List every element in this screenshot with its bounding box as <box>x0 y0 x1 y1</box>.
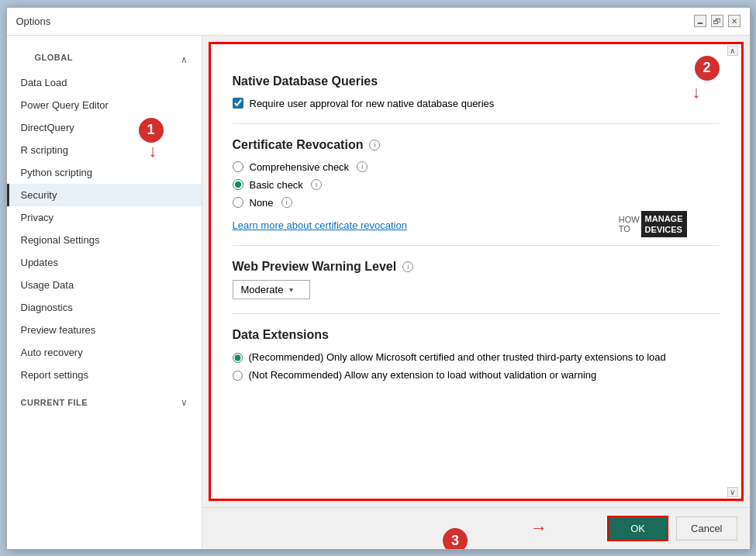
sidebar-item-label: Security <box>21 189 57 201</box>
sidebar-item-report-settings[interactable]: Report settings <box>7 364 202 386</box>
cert-basic-label: Basic check <box>250 179 303 191</box>
sidebar-item-label: Usage Data <box>21 279 74 291</box>
sidebar-item-python-scripting[interactable]: Python scripting <box>7 161 202 184</box>
divider-1 <box>233 123 720 124</box>
sidebar-item-label: Power Query Editor <box>21 99 109 111</box>
global-collapse-icon[interactable]: ∧ <box>181 54 188 65</box>
cert-revocation-info-icon[interactable]: i <box>369 140 380 150</box>
data-ext-recommended-radio[interactable] <box>233 353 243 363</box>
divider-2 <box>233 245 720 246</box>
current-file-label: CURRENT FILE <box>21 398 88 407</box>
native-db-title: Native Database Queries <box>233 74 720 88</box>
minimize-button[interactable]: 🗕 <box>694 15 706 27</box>
sidebar-item-label: Regional Settings <box>21 234 100 246</box>
content-panel-inner: ∧ 2 ↓ Native Database Queries <box>211 44 741 499</box>
scroll-up-container: ∧ <box>211 44 741 56</box>
annotation-arrow-1: ↓ <box>149 143 157 160</box>
scroll-down-container: ∨ <box>211 487 741 499</box>
sidebar-item-label: Privacy <box>21 212 54 223</box>
web-preview-title: Web Preview Warning Level <box>233 260 397 274</box>
sidebar-items-container: 1 ↓ Data Load Power Query Editor DirectQ… <box>7 71 202 386</box>
cert-comprehensive-radio[interactable] <box>233 161 243 172</box>
cert-basic-radio[interactable] <box>233 179 243 190</box>
annotation-arrow-3: → <box>530 518 547 538</box>
scroll-area: ∧ 2 ↓ Native Database Queries <box>211 44 741 499</box>
sidebar-item-label: DirectQuery <box>21 122 74 133</box>
sidebar-item-auto-recovery[interactable]: Auto recovery <box>7 341 202 364</box>
cert-revocation-header: Certificate Revocation i <box>233 138 720 152</box>
cert-none-row: None i <box>233 197 720 209</box>
sidebar-item-regional-settings[interactable]: Regional Settings <box>7 229 202 251</box>
sidebar-item-label: R scripting <box>21 144 68 156</box>
cert-revocation-link[interactable]: Learn more about certificate revocation <box>233 219 407 231</box>
web-preview-section: Web Preview Warning Level i Moderate ▾ <box>233 260 720 299</box>
cert-none-label: None <box>250 197 274 209</box>
data-ext-not-recommended-row: (Not Recommended) Allow any extension to… <box>233 369 720 381</box>
native-db-checkbox[interactable] <box>233 98 243 109</box>
current-file-section-header: CURRENT FILE ∨ <box>7 392 202 413</box>
cert-comprehensive-info-icon[interactable]: i <box>357 161 368 172</box>
cert-comprehensive-label: Comprehensive check <box>250 161 350 173</box>
data-ext-recommended-row: (Recommended) Only allow Microsoft certi… <box>233 351 720 363</box>
sidebar: GLOBAL ∧ 1 ↓ Data Load Power Query Edito… <box>7 36 202 549</box>
content-scroll[interactable]: 2 ↓ Native Database Queries Require user… <box>211 56 741 487</box>
sidebar-item-direct-query[interactable]: DirectQuery <box>7 116 202 139</box>
cert-none-info-icon[interactable]: i <box>281 197 292 208</box>
sidebar-item-label: Report settings <box>21 369 88 381</box>
data-ext-not-recommended-label: (Not Recommended) Allow any extension to… <box>249 369 597 381</box>
sidebar-item-updates[interactable]: Updates <box>7 251 202 274</box>
sidebar-item-preview-features[interactable]: Preview features <box>7 319 202 341</box>
sidebar-item-security[interactable]: Security <box>7 184 202 206</box>
sidebar-item-label: Auto recovery <box>21 347 83 358</box>
native-db-section: Native Database Queries Require user app… <box>233 74 720 109</box>
sidebar-item-usage-data[interactable]: Usage Data <box>7 274 202 296</box>
dialog-title: Options <box>16 16 51 27</box>
sidebar-item-label: Updates <box>21 257 58 268</box>
sidebar-item-diagnostics[interactable]: Diagnostics <box>7 296 202 319</box>
current-file-expand-icon[interactable]: ∨ <box>181 397 188 408</box>
global-section-header: GLOBAL ∧ <box>7 48 202 71</box>
data-ext-not-recommended-radio[interactable] <box>233 371 243 381</box>
dropdown-arrow-icon: ▾ <box>289 285 293 294</box>
cert-revocation-title: Certificate Revocation <box>233 138 364 152</box>
cert-revocation-section: Certificate Revocation i Comprehensive c… <box>233 138 720 231</box>
sidebar-item-r-scripting[interactable]: R scripting <box>7 139 202 161</box>
web-preview-dropdown[interactable]: Moderate ▾ <box>233 280 310 299</box>
dialog-body: GLOBAL ∧ 1 ↓ Data Load Power Query Edito… <box>7 36 750 549</box>
cert-basic-info-icon[interactable]: i <box>311 179 322 190</box>
window-controls: 🗕 🗗 ✕ <box>694 15 740 27</box>
title-bar: Options 🗕 🗗 ✕ <box>7 8 750 36</box>
native-db-checkbox-label: Require user approval for new native dat… <box>250 98 495 109</box>
sidebar-item-label: Diagnostics <box>21 302 73 313</box>
watermark: HOWTO MANAGEDEVICES <box>619 211 687 238</box>
cert-basic-row: Basic check i <box>233 179 720 191</box>
watermark-how-to: HOWTO <box>619 215 640 233</box>
data-ext-recommended-label: (Recommended) Only allow Microsoft certi… <box>249 351 666 363</box>
close-button[interactable]: ✕ <box>728 15 740 27</box>
web-preview-dropdown-value: Moderate <box>241 284 284 295</box>
watermark-box: MANAGEDEVICES <box>641 211 687 238</box>
web-preview-info-icon[interactable]: i <box>402 261 413 272</box>
scroll-up-button[interactable]: ∧ <box>727 46 738 56</box>
maximize-button[interactable]: 🗗 <box>711 15 723 27</box>
cert-none-radio[interactable] <box>233 197 243 208</box>
sidebar-item-label: Preview features <box>21 324 96 336</box>
ok-button[interactable]: OK <box>607 516 668 541</box>
footer: 3 → OK Cancel <box>202 507 750 549</box>
sidebar-item-data-load[interactable]: Data Load <box>7 71 202 94</box>
sidebar-item-privacy[interactable]: Privacy <box>7 206 202 229</box>
scroll-down-button[interactable]: ∨ <box>727 487 738 497</box>
sidebar-item-power-query[interactable]: Power Query Editor <box>7 94 202 116</box>
sidebar-item-label: Python scripting <box>21 167 93 178</box>
native-db-checkbox-row: Require user approval for new native dat… <box>233 98 720 109</box>
annotation-arrow-2: ↓ <box>692 82 701 102</box>
options-dialog: Options 🗕 🗗 ✕ GLOBAL ∧ 1 ↓ Data <box>6 7 751 550</box>
data-extensions-title: Data Extensions <box>233 328 720 342</box>
main-content: ∧ 2 ↓ Native Database Queries <box>202 36 750 549</box>
web-preview-header: Web Preview Warning Level i <box>233 260 720 274</box>
content-panel: ∧ 2 ↓ Native Database Queries <box>209 42 744 501</box>
cancel-button[interactable]: Cancel <box>676 516 737 540</box>
divider-3 <box>233 313 720 314</box>
global-label: GLOBAL <box>21 53 87 67</box>
sidebar-item-label: Data Load <box>21 77 67 88</box>
